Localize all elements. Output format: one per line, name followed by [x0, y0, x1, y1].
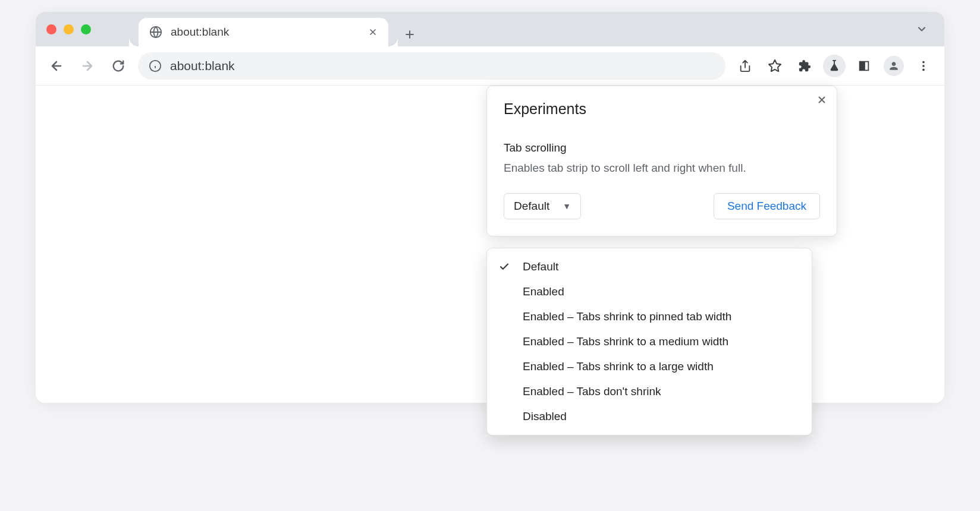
experiment-name: Tab scrolling — [504, 141, 820, 154]
select-option[interactable]: Enabled – Tabs shrink to pinned tab widt… — [487, 304, 812, 329]
select-option[interactable]: Disabled — [487, 404, 812, 429]
window-maximize-button[interactable] — [81, 24, 91, 34]
toolbar: about:blank — [36, 46, 944, 86]
profile-avatar[interactable] — [882, 55, 905, 77]
address-bar[interactable]: about:blank — [138, 52, 725, 80]
experiment-controls: Default ▼ Send Feedback — [504, 193, 820, 219]
option-label: Enabled – Tabs shrink to pinned tab widt… — [523, 310, 731, 323]
menu-button[interactable] — [912, 55, 935, 77]
share-icon[interactable] — [734, 55, 756, 77]
experiment-description: Enables tab strip to scroll left and rig… — [504, 160, 820, 176]
experiments-popover: Experiments Tab scrolling Enables tab st… — [486, 86, 837, 236]
option-label: Default — [523, 260, 558, 273]
side-panel-icon[interactable] — [853, 55, 875, 77]
window-minimize-button[interactable] — [64, 24, 74, 34]
option-label: Enabled – Tabs don't shrink — [523, 385, 661, 398]
page-content: Experiments Tab scrolling Enables tab st… — [36, 86, 944, 403]
check-icon — [499, 261, 513, 272]
window-close-button[interactable] — [46, 24, 56, 34]
option-label: Disabled — [523, 410, 567, 423]
popover-close-button[interactable] — [816, 94, 827, 105]
select-option[interactable]: Enabled – Tabs shrink to a medium width — [487, 329, 812, 354]
toolbar-actions — [734, 55, 935, 77]
svg-point-3 — [922, 65, 925, 67]
back-button[interactable] — [45, 55, 68, 77]
new-tab-button[interactable] — [398, 23, 422, 46]
caret-down-icon: ▼ — [563, 201, 571, 211]
browser-window: about:blank about:blank — [36, 12, 944, 403]
option-label: Enabled – Tabs shrink to a medium width — [523, 335, 728, 348]
option-label: Enabled — [523, 285, 564, 298]
globe-icon — [149, 26, 162, 39]
experiment-select[interactable]: Default ▼ — [504, 193, 581, 219]
tab-strip-bar: about:blank — [36, 12, 944, 46]
svg-point-4 — [922, 68, 925, 71]
option-label: Enabled – Tabs shrink to a large width — [523, 360, 714, 373]
tab-close-button[interactable] — [368, 27, 378, 37]
bookmark-star-icon[interactable] — [764, 55, 786, 77]
reload-button[interactable] — [107, 55, 130, 77]
tab-title: about:blank — [171, 26, 360, 39]
omnibox-url: about:blank — [170, 59, 235, 73]
select-option[interactable]: Enabled — [487, 279, 812, 304]
site-info-icon[interactable] — [149, 59, 162, 72]
select-option[interactable]: Enabled – Tabs don't shrink — [487, 379, 812, 404]
send-feedback-button[interactable]: Send Feedback — [714, 193, 820, 219]
experiments-title: Experiments — [504, 100, 820, 118]
browser-tab[interactable]: about:blank — [139, 18, 388, 46]
select-value: Default — [514, 200, 549, 213]
select-dropdown: DefaultEnabledEnabled – Tabs shrink to p… — [486, 248, 812, 436]
extensions-icon[interactable] — [793, 55, 816, 77]
forward-button[interactable] — [76, 55, 99, 77]
svg-point-2 — [922, 61, 925, 63]
select-option[interactable]: Enabled – Tabs shrink to a large width — [487, 354, 812, 379]
experiments-beaker-icon[interactable] — [823, 55, 846, 77]
tab-search-button[interactable] — [916, 23, 928, 35]
window-controls — [46, 24, 91, 34]
select-option[interactable]: Default — [487, 254, 812, 279]
tab-strip: about:blank — [139, 12, 916, 46]
